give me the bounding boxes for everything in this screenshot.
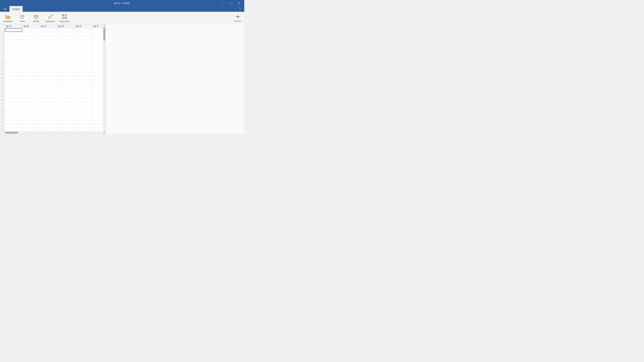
cell-3-E[interactable] (75, 35, 92, 39)
cell-5-B[interactable] (22, 43, 40, 47)
cell-15-E[interactable] (75, 80, 92, 83)
cell-27-F[interactable] (92, 124, 103, 128)
cell-4-F[interactable] (92, 39, 103, 43)
cell-10-D[interactable] (57, 61, 75, 65)
modules-button[interactable]: Modules (233, 12, 243, 23)
cell-6-E[interactable] (75, 47, 92, 50)
cell-10-A[interactable] (5, 61, 22, 65)
cell-18-F[interactable] (92, 91, 103, 95)
cell-1-D[interactable] (57, 28, 75, 32)
cell-16-A[interactable] (5, 83, 22, 87)
scroll-right-arrow[interactable]: ▶ (103, 131, 105, 134)
cell-2-A[interactable] (5, 32, 22, 35)
cell-17-C[interactable] (40, 87, 57, 91)
cell-26-E[interactable] (75, 120, 92, 124)
exploration-button[interactable]: Exploration (1, 12, 15, 23)
cell-3-C[interactable] (40, 35, 57, 39)
cell-17-B[interactable] (22, 87, 40, 91)
cell-17-E[interactable] (75, 87, 92, 91)
cell-14-F[interactable] (92, 76, 103, 80)
cell-8-B[interactable] (22, 54, 40, 58)
horizontal-scrollbar[interactable]: ▶ (0, 131, 105, 134)
close-button[interactable]: ✕ (235, 0, 243, 6)
cell-14-B[interactable] (22, 76, 40, 80)
cell-28-B[interactable] (22, 128, 40, 131)
cell-4-B[interactable] (22, 39, 40, 43)
cell-27-B[interactable] (22, 124, 40, 128)
cell-21-D[interactable] (57, 102, 75, 106)
cell-6-B[interactable] (22, 47, 40, 50)
cell-20-C[interactable] (40, 98, 57, 102)
scroll-up-arrow[interactable]: ▲ (103, 24, 106, 27)
cell-25-A[interactable] (5, 117, 22, 120)
cell-9-E[interactable] (75, 58, 92, 61)
vertical-scrollbar[interactable]: ▲ (103, 24, 105, 131)
cell-3-A[interactable] (5, 35, 22, 39)
cell-23-C[interactable] (40, 109, 57, 113)
cell-16-F[interactable] (92, 83, 103, 87)
cell-24-E[interactable] (75, 113, 92, 117)
frequencies-button[interactable]: Frequencies (58, 12, 71, 23)
cell-7-D[interactable] (57, 50, 75, 54)
cell-9-D[interactable] (57, 58, 75, 61)
cell-13-E[interactable] (75, 72, 92, 76)
cell-1-B[interactable] (22, 28, 40, 32)
cell-5-E[interactable] (75, 43, 92, 47)
cell-15-F[interactable] (92, 80, 103, 83)
cell-11-E[interactable] (75, 65, 92, 69)
cell-18-B[interactable] (22, 91, 40, 95)
cell-26-B[interactable] (22, 120, 40, 124)
cell-9-A[interactable] (5, 58, 22, 61)
cell-28-A[interactable] (5, 128, 22, 131)
cell-27-D[interactable] (57, 124, 75, 128)
cell-22-D[interactable] (57, 106, 75, 109)
cell-1-E[interactable] (75, 28, 92, 32)
cell-7-B[interactable] (22, 50, 40, 54)
cell-8-E[interactable] (75, 54, 92, 58)
cell-19-C[interactable] (40, 95, 57, 98)
cell-1-A[interactable] (5, 28, 22, 32)
cell-10-C[interactable] (40, 61, 57, 65)
cell-23-E[interactable] (75, 109, 92, 113)
cell-25-C[interactable] (40, 117, 57, 120)
cell-26-A[interactable] (5, 120, 22, 124)
cell-5-C[interactable] (40, 43, 57, 47)
cell-3-F[interactable] (92, 35, 103, 39)
cell-6-F[interactable] (92, 47, 103, 50)
cell-12-E[interactable] (75, 69, 92, 72)
cell-25-E[interactable] (75, 117, 92, 120)
cell-20-D[interactable] (57, 98, 75, 102)
cell-20-F[interactable] (92, 98, 103, 102)
cell-26-C[interactable] (40, 120, 57, 124)
cell-13-B[interactable] (22, 72, 40, 76)
cell-20-B[interactable] (22, 98, 40, 102)
scroll-thumb-vertical[interactable] (103, 27, 105, 41)
cell-2-B[interactable] (22, 32, 40, 35)
cell-27-A[interactable] (5, 124, 22, 128)
cell-9-F[interactable] (92, 58, 103, 61)
menu-file[interactable]: File (1, 6, 10, 12)
cell-2-C[interactable] (40, 32, 57, 35)
cell-18-D[interactable] (57, 91, 75, 95)
cell-5-A[interactable] (5, 43, 22, 47)
cell-17-A[interactable] (5, 87, 22, 91)
cell-4-C[interactable] (40, 39, 57, 43)
cell-20-E[interactable] (75, 98, 92, 102)
cell-24-A[interactable] (5, 113, 22, 117)
cell-9-B[interactable] (22, 58, 40, 61)
cell-21-A[interactable] (5, 102, 22, 106)
cell-28-D[interactable] (57, 128, 75, 131)
cell-6-C[interactable] (40, 47, 57, 50)
menu-more[interactable]: ⋮ (236, 6, 244, 12)
cell-16-C[interactable] (40, 83, 57, 87)
cell-5-D[interactable] (57, 43, 75, 47)
cell-25-D[interactable] (57, 117, 75, 120)
col-header-B[interactable]: B (22, 24, 40, 28)
cell-24-B[interactable] (22, 113, 40, 117)
minimize-button[interactable]: ─ (219, 0, 227, 6)
cell-22-B[interactable] (22, 106, 40, 109)
cell-12-B[interactable] (22, 69, 40, 72)
cell-7-E[interactable] (75, 50, 92, 54)
cell-27-E[interactable] (75, 124, 92, 128)
maximize-button[interactable]: □ (227, 0, 235, 6)
